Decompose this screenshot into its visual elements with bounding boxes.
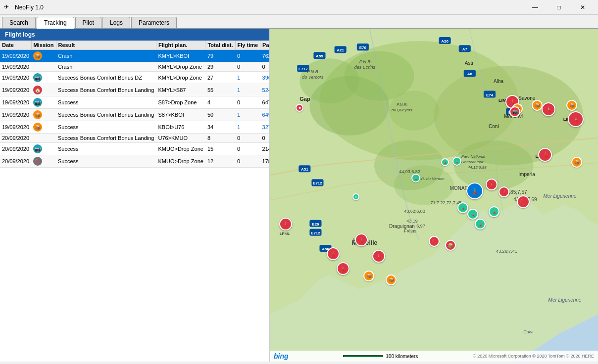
cell-mission: 📦 — [31, 50, 56, 62]
cell-fly-time: 1 — [235, 109, 260, 121]
svg-text:43,19: 43,19 — [406, 219, 418, 224]
col-fly-time: Fly time — [235, 41, 260, 50]
svg-text:Alba: Alba — [494, 79, 503, 84]
table-row[interactable]: 19/09/2020 📷 Success Bonus Comfort Bonus… — [0, 72, 269, 84]
svg-text:71,7 22;72;7,45: 71,7 22;72;7,45 — [430, 200, 461, 205]
cell-pay: 647 — [260, 96, 269, 109]
table-row[interactable]: 19/09/2020 📷 Success S87>Drop Zone 4 0 6… — [0, 96, 269, 109]
cell-flight-plan: KBOI>U76 — [156, 121, 205, 134]
table-row[interactable]: 20/09/2020 Success Bonus Comfort Bonus L… — [0, 134, 269, 143]
cell-fly-time: 1 — [235, 121, 260, 134]
cell-pay: 5247 — [260, 84, 269, 96]
pin-noflight[interactable]: 🚫 — [517, 195, 530, 208]
pin-cannes1[interactable]: 🗼 — [486, 179, 498, 190]
cell-result: Success — [56, 96, 156, 109]
maximize-button[interactable]: □ — [548, 0, 570, 15]
tab-search[interactable]: Search — [2, 17, 36, 28]
cell-pay: 6450 — [260, 109, 269, 121]
cell-mission: 📷 — [31, 96, 56, 109]
cell-flight-plan: KMYL>S87 — [156, 84, 205, 96]
pin-monaco[interactable]: 🗼 — [466, 182, 483, 199]
pin-toulon-2[interactable]: 📦 — [386, 274, 397, 285]
tab-parameters[interactable]: Parameters — [131, 17, 177, 28]
svg-text:P.N.R.: P.N.R. — [307, 69, 319, 74]
map-panel[interactable]: E717 A55 A21 E70 A26 A7 A6 — [270, 29, 598, 362]
cell-flight-plan: KMUO>Drop Zone — [156, 143, 205, 155]
cell-total-dist: 8 — [205, 134, 235, 143]
map-area[interactable]: E717 A55 A21 E70 A26 A7 A6 — [270, 29, 598, 362]
svg-text:du Mercantour: du Mercantour — [458, 160, 484, 164]
scale-container: 100 kilometers — [343, 354, 418, 359]
tab-pilot[interactable]: Pilot — [75, 17, 101, 28]
pin-orange-4[interactable]: 📦 — [571, 157, 582, 168]
pin-savone[interactable]: 🗼 — [542, 102, 555, 116]
pin-limj[interactable]: 🗼 — [568, 111, 584, 127]
table-row[interactable]: 19/09/2020 📦 Success KBOI>U76 34 1 3279 — [0, 121, 269, 134]
bing-logo: bing — [274, 352, 289, 360]
table-row[interactable]: 20/09/2020 🚫 Success KMUO>Drop Zone 12 0… — [0, 155, 269, 168]
pin-cannes-2[interactable]: 📦 — [445, 240, 456, 251]
svg-text:P.N.R.: P.N.R. — [397, 102, 408, 107]
pin-lfth[interactable]: 🗼 — [337, 262, 349, 275]
pin-small-3[interactable]: 🗼 — [411, 174, 420, 182]
pin-teal-2[interactable]: 🗼 — [467, 209, 478, 220]
cell-mission: 📦 — [31, 109, 56, 121]
pin-lftz[interactable]: 🗼 — [372, 250, 385, 263]
pin-green-1[interactable]: ● — [352, 193, 359, 200]
cell-total-dist: 79 — [205, 50, 235, 62]
cell-flight-plan: U76>KMUO — [156, 134, 205, 143]
pin-toulon-1[interactable]: 📦 — [363, 271, 374, 281]
flight-log-table[interactable]: Date Mission Result Flight plan. Total d… — [0, 41, 269, 362]
cell-pay: 0 — [260, 134, 269, 143]
svg-text:E26: E26 — [312, 222, 319, 227]
svg-text:Imperia: Imperia — [518, 172, 535, 177]
pin-orange-2[interactable]: 📦 — [532, 100, 543, 111]
pin-teal-4[interactable]: 🗼 — [489, 206, 499, 217]
svg-text:Coni: Coni — [489, 124, 499, 129]
table-row[interactable]: 19/09/2020 📦 Success Bonus Comfort Bonus… — [0, 109, 269, 121]
svg-text:E717: E717 — [299, 67, 308, 71]
tab-logs[interactable]: Logs — [102, 17, 130, 28]
cell-total-dist: 29 — [205, 62, 235, 72]
tab-tracking[interactable]: Tracking — [37, 17, 74, 29]
col-mission: Mission — [31, 41, 56, 50]
svg-text:du Vercors: du Vercors — [302, 75, 324, 80]
cell-date: 19/09/2020 — [0, 72, 31, 84]
cell-date: 20/09/2020 — [0, 143, 31, 155]
table-row[interactable]: 20/09/2020 📷 Success KMUO>Drop Zone 15 0… — [0, 143, 269, 155]
table-row[interactable]: 19/09/2020 Crash KMYL>Drop Zone 29 0 0 — [0, 62, 269, 72]
pin-orange-3[interactable]: 📦 — [566, 100, 577, 111]
svg-text:A26: A26 — [441, 39, 448, 44]
svg-text:A6: A6 — [467, 72, 473, 76]
pin-lfmq[interactable]: 🗼 — [327, 247, 340, 260]
minimize-button[interactable]: — — [524, 0, 547, 15]
pin-limg[interactable]: 🗼 — [538, 148, 552, 162]
svg-text:A7: A7 — [462, 47, 468, 51]
scale-bar — [343, 355, 383, 357]
pin-lfma[interactable]: 🗼 — [279, 218, 292, 230]
close-button[interactable]: ✕ — [571, 0, 594, 15]
svg-text:A21: A21 — [337, 48, 344, 52]
pin-teal-1[interactable]: 🗼 — [457, 202, 468, 213]
pin-small-4[interactable]: 🗼 — [441, 158, 449, 166]
cell-date: 19/09/2020 — [0, 62, 31, 72]
svg-text:Gap: Gap — [299, 96, 310, 102]
pin-lfmc[interactable]: 🗼 — [355, 233, 368, 246]
pin-orange-5[interactable]: 📷 — [509, 106, 520, 117]
svg-text:Asti: Asti — [465, 60, 473, 66]
cell-flight-plan: S87>Drop Zone — [156, 96, 205, 109]
left-panel: Flight logs Date Mission Result Flight p… — [0, 29, 270, 362]
scale-label: 100 kilometers — [386, 354, 418, 359]
pin-nice1[interactable]: 🗼 — [498, 186, 509, 197]
map-bottom-bar: bing 100 kilometers © 2020 Microsoft Cor… — [270, 351, 598, 362]
pin-small-2[interactable]: ◆ — [296, 104, 303, 112]
table-row[interactable]: 19/09/2020 🏠 Success Bonus Comfort Bonus… — [0, 84, 269, 96]
cell-result: Success Bonus Comfort Bonus Landing — [56, 134, 156, 143]
table-row[interactable]: 19/09/2020 📦 Crash KMYL>KBOI 79 0 7626 — [0, 50, 269, 62]
pin-frejus-1[interactable]: 🚫 — [429, 236, 440, 247]
svg-text:du Queyras: du Queyras — [392, 108, 412, 112]
pin-small-1[interactable]: 🗼 — [452, 157, 461, 166]
svg-text:E712: E712 — [311, 231, 320, 235]
pin-teal-3[interactable]: 🗼 — [475, 219, 486, 229]
svg-text:LFML: LFML — [280, 231, 290, 236]
